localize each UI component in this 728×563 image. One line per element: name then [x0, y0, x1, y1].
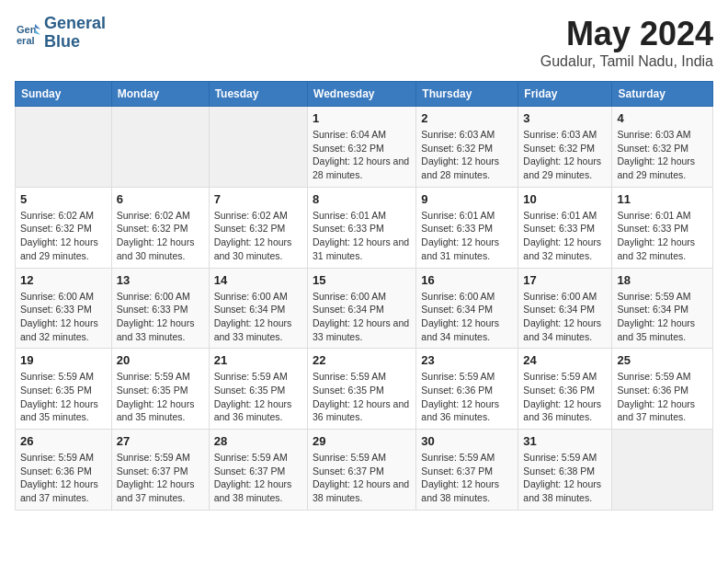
day-number: 2: [421, 111, 513, 125]
day-number: 4: [617, 111, 708, 125]
day-info: Sunrise: 6:01 AM Sunset: 6:33 PM Dayligh…: [313, 209, 411, 263]
calendar-cell: 18Sunrise: 5:59 AM Sunset: 6:34 PM Dayli…: [612, 268, 713, 349]
header-day-monday: Monday: [111, 82, 209, 107]
calendar-cell: 11Sunrise: 6:01 AM Sunset: 6:33 PM Dayli…: [612, 187, 713, 268]
header-row: SundayMondayTuesdayWednesdayThursdayFrid…: [16, 82, 713, 107]
calendar-week-2: 5Sunrise: 6:02 AM Sunset: 6:32 PM Daylig…: [16, 187, 713, 268]
day-info: Sunrise: 5:59 AM Sunset: 6:38 PM Dayligh…: [523, 451, 607, 505]
calendar-cell: [209, 107, 307, 188]
calendar-cell: 15Sunrise: 6:00 AM Sunset: 6:34 PM Dayli…: [308, 268, 416, 349]
calendar-cell: 7Sunrise: 6:02 AM Sunset: 6:32 PM Daylig…: [209, 187, 307, 268]
day-info: Sunrise: 6:00 AM Sunset: 6:33 PM Dayligh…: [20, 290, 107, 344]
calendar-cell: 20Sunrise: 5:59 AM Sunset: 6:35 PM Dayli…: [111, 349, 209, 430]
calendar-cell: 19Sunrise: 5:59 AM Sunset: 6:35 PM Dayli…: [16, 349, 112, 430]
calendar-cell: 6Sunrise: 6:02 AM Sunset: 6:32 PM Daylig…: [111, 187, 209, 268]
day-info: Sunrise: 6:04 AM Sunset: 6:32 PM Dayligh…: [313, 128, 411, 182]
day-number: 21: [214, 353, 302, 367]
calendar-cell: 29Sunrise: 5:59 AM Sunset: 6:37 PM Dayli…: [308, 430, 416, 511]
calendar-cell: 30Sunrise: 5:59 AM Sunset: 6:37 PM Dayli…: [416, 430, 518, 511]
day-number: 14: [214, 273, 302, 287]
calendar-week-3: 12Sunrise: 6:00 AM Sunset: 6:33 PM Dayli…: [16, 268, 713, 349]
day-number: 20: [117, 353, 204, 367]
calendar-cell: 25Sunrise: 5:59 AM Sunset: 6:36 PM Dayli…: [612, 349, 713, 430]
calendar-week-5: 26Sunrise: 5:59 AM Sunset: 6:36 PM Dayli…: [16, 430, 713, 511]
calendar-cell: 21Sunrise: 5:59 AM Sunset: 6:35 PM Dayli…: [209, 349, 307, 430]
calendar-cell: 23Sunrise: 5:59 AM Sunset: 6:36 PM Dayli…: [416, 349, 518, 430]
svg-text:eral: eral: [17, 35, 35, 46]
header-day-wednesday: Wednesday: [308, 82, 416, 107]
day-number: 16: [421, 273, 513, 287]
day-info: Sunrise: 6:00 AM Sunset: 6:33 PM Dayligh…: [117, 290, 204, 344]
day-number: 15: [313, 273, 411, 287]
calendar-cell: 24Sunrise: 5:59 AM Sunset: 6:36 PM Dayli…: [518, 349, 612, 430]
calendar-cell: [16, 107, 112, 188]
day-info: Sunrise: 5:59 AM Sunset: 6:34 PM Dayligh…: [617, 290, 708, 344]
day-info: Sunrise: 5:59 AM Sunset: 6:36 PM Dayligh…: [421, 370, 513, 424]
calendar-cell: 16Sunrise: 6:00 AM Sunset: 6:34 PM Dayli…: [416, 268, 518, 349]
day-info: Sunrise: 6:01 AM Sunset: 6:33 PM Dayligh…: [523, 209, 607, 263]
calendar-cell: 4Sunrise: 6:03 AM Sunset: 6:32 PM Daylig…: [612, 107, 713, 188]
day-info: Sunrise: 5:59 AM Sunset: 6:35 PM Dayligh…: [117, 370, 204, 424]
calendar-cell: 27Sunrise: 5:59 AM Sunset: 6:37 PM Dayli…: [111, 430, 209, 511]
day-info: Sunrise: 5:59 AM Sunset: 6:35 PM Dayligh…: [20, 370, 107, 424]
logo-icon: Gen eral: [15, 20, 40, 46]
day-info: Sunrise: 6:00 AM Sunset: 6:34 PM Dayligh…: [313, 290, 411, 344]
day-number: 29: [313, 434, 411, 448]
calendar-cell: 26Sunrise: 5:59 AM Sunset: 6:36 PM Dayli…: [16, 430, 112, 511]
day-number: 18: [617, 273, 708, 287]
day-info: Sunrise: 6:02 AM Sunset: 6:32 PM Dayligh…: [117, 209, 204, 263]
day-number: 22: [313, 353, 411, 367]
day-number: 8: [313, 192, 411, 206]
day-number: 11: [617, 192, 708, 206]
header-day-tuesday: Tuesday: [209, 82, 307, 107]
calendar-cell: 2Sunrise: 6:03 AM Sunset: 6:32 PM Daylig…: [416, 107, 518, 188]
day-number: 1: [313, 111, 411, 125]
calendar-cell: 9Sunrise: 6:01 AM Sunset: 6:33 PM Daylig…: [416, 187, 518, 268]
calendar-cell: 10Sunrise: 6:01 AM Sunset: 6:33 PM Dayli…: [518, 187, 612, 268]
calendar-cell: 31Sunrise: 5:59 AM Sunset: 6:38 PM Dayli…: [518, 430, 612, 511]
day-number: 19: [20, 353, 107, 367]
calendar-cell: 22Sunrise: 5:59 AM Sunset: 6:35 PM Dayli…: [308, 349, 416, 430]
day-number: 28: [214, 434, 302, 448]
day-number: 10: [523, 192, 607, 206]
day-info: Sunrise: 5:59 AM Sunset: 6:37 PM Dayligh…: [313, 451, 411, 505]
day-info: Sunrise: 5:59 AM Sunset: 6:36 PM Dayligh…: [20, 451, 107, 505]
svg-text:Gen: Gen: [17, 24, 37, 35]
day-info: Sunrise: 6:01 AM Sunset: 6:33 PM Dayligh…: [617, 209, 708, 263]
day-info: Sunrise: 5:59 AM Sunset: 6:36 PM Dayligh…: [523, 370, 607, 424]
calendar-cell: 17Sunrise: 6:00 AM Sunset: 6:34 PM Dayli…: [518, 268, 612, 349]
calendar-cell: 8Sunrise: 6:01 AM Sunset: 6:33 PM Daylig…: [308, 187, 416, 268]
logo-text: General Blue: [44, 15, 106, 52]
day-number: 7: [214, 192, 302, 206]
day-info: Sunrise: 6:03 AM Sunset: 6:32 PM Dayligh…: [617, 128, 708, 182]
title-area: May 2024 Gudalur, Tamil Nadu, India: [540, 15, 713, 70]
calendar-title: May 2024: [540, 15, 713, 53]
calendar-cell: [111, 107, 209, 188]
day-number: 25: [617, 353, 708, 367]
calendar-cell: 14Sunrise: 6:00 AM Sunset: 6:34 PM Dayli…: [209, 268, 307, 349]
day-number: 23: [421, 353, 513, 367]
day-number: 5: [20, 192, 107, 206]
day-number: 27: [117, 434, 204, 448]
day-info: Sunrise: 6:02 AM Sunset: 6:32 PM Dayligh…: [20, 209, 107, 263]
calendar-cell: 28Sunrise: 5:59 AM Sunset: 6:37 PM Dayli…: [209, 430, 307, 511]
header-day-sunday: Sunday: [16, 82, 112, 107]
day-number: 17: [523, 273, 607, 287]
day-number: 26: [20, 434, 107, 448]
day-info: Sunrise: 6:03 AM Sunset: 6:32 PM Dayligh…: [421, 128, 513, 182]
day-info: Sunrise: 5:59 AM Sunset: 6:35 PM Dayligh…: [313, 370, 411, 424]
calendar-table: SundayMondayTuesdayWednesdayThursdayFrid…: [15, 81, 713, 511]
day-number: 31: [523, 434, 607, 448]
day-number: 13: [117, 273, 204, 287]
calendar-cell: 1Sunrise: 6:04 AM Sunset: 6:32 PM Daylig…: [308, 107, 416, 188]
day-number: 3: [523, 111, 607, 125]
header-day-thursday: Thursday: [416, 82, 518, 107]
day-info: Sunrise: 5:59 AM Sunset: 6:37 PM Dayligh…: [117, 451, 204, 505]
header: Gen eral General Blue May 2024 Gudalur, …: [15, 15, 713, 70]
calendar-body: 1Sunrise: 6:04 AM Sunset: 6:32 PM Daylig…: [16, 107, 713, 511]
calendar-cell: 5Sunrise: 6:02 AM Sunset: 6:32 PM Daylig…: [16, 187, 112, 268]
day-info: Sunrise: 6:01 AM Sunset: 6:33 PM Dayligh…: [421, 209, 513, 263]
day-info: Sunrise: 5:59 AM Sunset: 6:35 PM Dayligh…: [214, 370, 302, 424]
day-info: Sunrise: 6:00 AM Sunset: 6:34 PM Dayligh…: [421, 290, 513, 344]
calendar-cell: 3Sunrise: 6:03 AM Sunset: 6:32 PM Daylig…: [518, 107, 612, 188]
